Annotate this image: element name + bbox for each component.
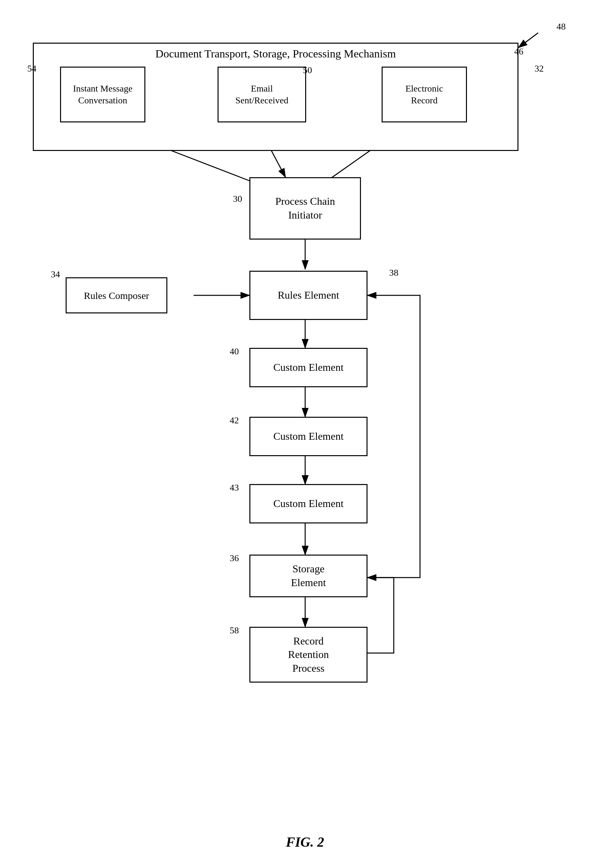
- rules-composer-box: Rules Composer: [66, 277, 167, 313]
- email-box: EmailSent/Received: [218, 67, 306, 122]
- ref-43: 43: [230, 482, 239, 493]
- record-retention-box: RecordRetentionProcess: [249, 627, 367, 683]
- ref-30: 30: [233, 194, 242, 204]
- custom-element-3-box: Custom Element: [249, 484, 367, 524]
- ref-58: 58: [230, 625, 239, 636]
- ref-46: 46: [514, 46, 523, 57]
- ref-32: 32: [534, 64, 544, 74]
- fig-caption: FIG. 2: [286, 834, 324, 850]
- ref-36: 36: [230, 553, 239, 563]
- process-chain-box: Process ChainInitiator: [249, 177, 361, 240]
- custom-element-1-box: Custom Element: [249, 348, 367, 387]
- ref-50: 50: [303, 65, 312, 76]
- ref-38: 38: [389, 267, 398, 278]
- ref-34: 34: [51, 269, 60, 280]
- outer-box-title: Document Transport, Storage, Processing …: [34, 48, 517, 60]
- rules-element-box: Rules Element: [249, 271, 367, 320]
- ref-42: 42: [230, 415, 239, 426]
- electronic-record-box: ElectronicRecord: [382, 67, 467, 122]
- ref-54: 54: [27, 64, 36, 74]
- outer-transport-box: Document Transport, Storage, Processing …: [33, 43, 519, 151]
- storage-element-box: StorageElement: [249, 555, 367, 597]
- ref-40: 40: [230, 346, 239, 357]
- custom-element-2-box: Custom Element: [249, 417, 367, 456]
- ref-48: 48: [556, 21, 566, 32]
- svg-line-2: [519, 33, 538, 48]
- instant-message-box: Instant MessageConversation: [60, 67, 146, 122]
